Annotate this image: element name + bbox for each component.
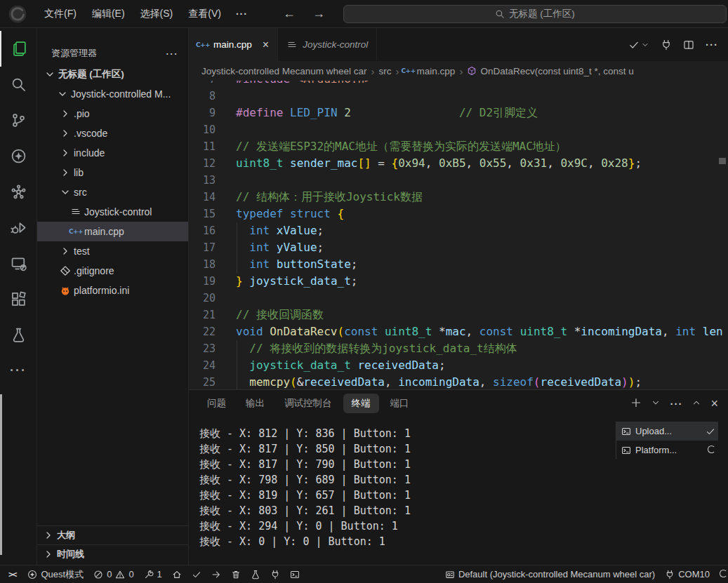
code-line[interactable]: 25 memcpy(&receivedData, incomingData, s…: [189, 374, 728, 389]
code-line[interactable]: 21// 接收回调函数: [189, 307, 728, 323]
folder-vscode[interactable]: .vscode: [37, 123, 188, 143]
breadcrumb-item[interactable]: OnDataRecv(const uint8_t *, const u: [467, 66, 633, 76]
status-serial-port[interactable]: COM10: [660, 565, 715, 583]
status-quest-mode[interactable]: Quest模式: [22, 565, 88, 583]
menu-item[interactable]: 查看(V): [180, 4, 229, 24]
menu-more-icon[interactable]: ···: [229, 5, 255, 23]
panel-tab-debug-console[interactable]: 调试控制台: [276, 394, 340, 413]
code-line[interactable]: 17 int yValue;: [189, 239, 728, 256]
code-editor[interactable]: 7#include <Arduino.h>89#define LED_PIN 2…: [189, 81, 728, 389]
folder-include[interactable]: include: [37, 143, 188, 163]
code-line[interactable]: 19} joystick_data_t;: [189, 273, 728, 290]
terminal-profile-button[interactable]: [651, 398, 661, 410]
code-text: uint8_t sender_mac[] = {0x94, 0xB5, 0x55…: [236, 155, 642, 172]
activity-remote-explorer[interactable]: [0, 246, 37, 281]
code-line[interactable]: 12uint8_t sender_mac[] = {0x94, 0xB5, 0x…: [189, 155, 728, 172]
terminal-output[interactable]: 接收 - X: 812 | Y: 836 | Button: 1接收 - X: …: [189, 417, 616, 565]
status-problems[interactable]: 00: [88, 565, 138, 583]
status-pio-env[interactable]: Default (Joystick-controlled Mecanum whe…: [440, 565, 660, 583]
line-number: 23: [189, 340, 231, 357]
debug-icon: [11, 220, 27, 236]
code-line[interactable]: 18 int buttonState;: [189, 256, 728, 273]
activity-quest-extension[interactable]: [0, 138, 37, 174]
code-line[interactable]: 11// 发送端ESP32的MAC地址（需要替换为实际的发送端MAC地址）: [189, 138, 728, 155]
status-pio-upload[interactable]: [206, 565, 226, 583]
run-task-button[interactable]: [628, 39, 649, 51]
code-line[interactable]: 8: [189, 88, 728, 105]
code-line[interactable]: 7#include <Arduino.h>: [189, 81, 728, 88]
terminal-platform[interactable]: Platform...: [616, 441, 718, 460]
status-remote-indicator[interactable]: ><: [0, 565, 22, 583]
split-editor-button[interactable]: [683, 39, 694, 51]
file-main-cpp[interactable]: C++main.cpp: [37, 222, 188, 241]
code-line[interactable]: 22void OnDataRecv(const uint8_t *mac, co…: [189, 323, 728, 340]
status-pio-home[interactable]: [167, 565, 187, 583]
code-line[interactable]: 10: [189, 121, 728, 138]
code-line[interactable]: 9#define LED_PIN 2 // D2引脚定义: [189, 105, 728, 121]
spinner-icon: [720, 569, 727, 579]
editor-scrollbar-thumb[interactable]: [719, 158, 726, 164]
code-line[interactable]: 24 joystick_data_t receivedData;: [189, 357, 728, 374]
activity-extensions[interactable]: [0, 281, 37, 317]
line-number: 14: [189, 189, 231, 206]
maximize-panel-button[interactable]: [691, 398, 701, 410]
breadcrumb-item[interactable]: src: [379, 66, 392, 76]
activity-run-debug[interactable]: [0, 210, 37, 246]
terminal-upload[interactable]: Upload...: [616, 422, 718, 441]
code-line[interactable]: 16 int xValue;: [189, 222, 728, 239]
command-center-search[interactable]: 无标题 (工作区): [343, 5, 727, 23]
tab-strip: C++main.cpp×Joystick-control ···: [189, 28, 728, 61]
code-line[interactable]: 20: [189, 290, 728, 307]
tab-close-icon[interactable]: ×: [263, 39, 269, 51]
outline-section[interactable]: 大纲: [37, 525, 188, 544]
workspace-root[interactable]: 无标题 (工作区): [37, 65, 188, 84]
code-line[interactable]: 15typedef struct {: [189, 206, 728, 222]
status-busy-indicator[interactable]: [715, 565, 728, 583]
menu-item[interactable]: 编辑(E): [84, 4, 133, 24]
folder-test[interactable]: test: [37, 241, 188, 261]
code-line[interactable]: 23 // 将接收到的数据转换为joystick_data_t结构体: [189, 340, 728, 357]
status-pio-clean[interactable]: [226, 565, 246, 583]
tab-main-cpp[interactable]: C++main.cpp×: [189, 28, 278, 61]
tab-joystick-control[interactable]: Joystick-control: [278, 28, 377, 61]
activity-search[interactable]: [0, 67, 37, 102]
breadcrumb-item[interactable]: C++main.cpp: [404, 66, 456, 76]
panel-more-button[interactable]: ···: [670, 398, 682, 410]
panel-tab-output[interactable]: 输出: [237, 394, 273, 413]
panel-tab-problems[interactable]: 问题: [199, 394, 234, 413]
code-line[interactable]: 13: [189, 172, 728, 189]
menu-item[interactable]: 选择(S): [133, 4, 181, 24]
sidebar-more-icon[interactable]: ···: [166, 48, 179, 59]
activity-testing[interactable]: [0, 317, 37, 353]
chevron-down-icon: [641, 41, 649, 49]
status-project-tasks[interactable]: 1: [139, 565, 167, 583]
folder-lib[interactable]: lib: [37, 163, 188, 182]
nav-forward-icon[interactable]: →: [304, 5, 333, 22]
serial-monitor-button[interactable]: [661, 39, 672, 51]
activity-more[interactable]: ···: [0, 353, 37, 389]
nav-back-icon[interactable]: ←: [274, 5, 304, 22]
folder-project[interactable]: Joystick-controlled M...: [37, 84, 188, 104]
code-line[interactable]: 14// 结构体：用于接收Joystick数据: [189, 189, 728, 206]
timeline-section[interactable]: 时间线: [37, 544, 188, 563]
folder-pio[interactable]: .pio: [37, 104, 188, 123]
file-joystick-control[interactable]: Joystick-control: [37, 202, 188, 222]
activity-hub-extension[interactable]: [0, 174, 37, 210]
file-platformio-ini[interactable]: platformio.ini: [37, 281, 188, 300]
breadcrumb-item[interactable]: Joystick-controlled Mecanum wheel car: [201, 66, 367, 76]
status-pio-build[interactable]: [187, 565, 206, 583]
panel-tab-terminal[interactable]: 终端: [343, 394, 379, 413]
panel-tab-ports[interactable]: 端口: [382, 394, 418, 413]
activity-source-control[interactable]: [0, 102, 37, 138]
file-gitignore[interactable]: .gitignore: [37, 261, 188, 281]
close-panel-button[interactable]: ×: [710, 397, 718, 410]
status-pio-test[interactable]: [246, 565, 265, 583]
more-actions-button[interactable]: ···: [706, 39, 718, 51]
new-terminal-button[interactable]: [630, 397, 642, 410]
menu-item[interactable]: 文件(F): [37, 4, 84, 24]
folder-src[interactable]: src: [37, 182, 188, 202]
terminal-line: 接收 - X: 812 | Y: 836 | Button: 1: [199, 426, 616, 441]
activity-explorer[interactable]: [0, 31, 37, 67]
status-pio-new-terminal[interactable]: [285, 565, 305, 583]
status-pio-serial-monitor[interactable]: [265, 565, 285, 583]
